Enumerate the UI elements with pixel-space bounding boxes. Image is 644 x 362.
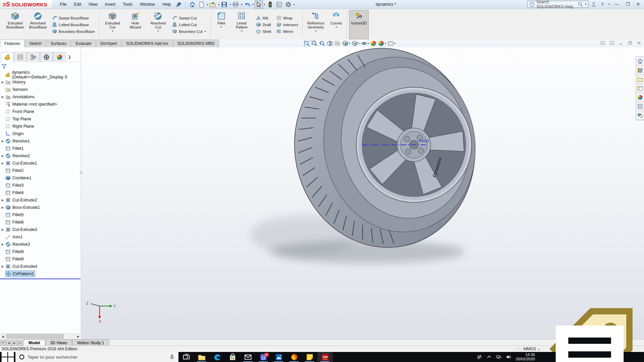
view-settings-button[interactable]: ▾ (387, 40, 395, 47)
panel-tab-propertymanager[interactable] (14, 52, 27, 62)
tree-item-revolve1[interactable]: ▶Revolve1 (0, 137, 81, 145)
taskbar-app-discord[interactable]: 9+ (256, 352, 271, 362)
panel-tabs-overflow-button[interactable]: ❯ (66, 52, 73, 62)
tab-solidworks-add-ins[interactable]: SOLIDWORKS Add-Ins (122, 40, 172, 47)
filter-funnel-icon[interactable] (1, 63, 7, 69)
chevron-down-icon[interactable]: ▾ (293, 3, 295, 6)
ribbon-button-wrap[interactable]: Wrap (275, 15, 299, 21)
chevron-down-icon[interactable]: ▾ (368, 42, 369, 45)
doc-tab-3d-views[interactable]: 3D Views (45, 340, 72, 346)
chevron-down-icon[interactable]: ▾ (221, 25, 222, 28)
tree-item-sensors[interactable]: Sensors (0, 86, 81, 93)
tree-item-combine1[interactable]: Combine1 (0, 174, 81, 182)
display-style-button[interactable]: ▾ (352, 40, 360, 47)
ribbon-button-lofted-boss-base[interactable]: Lofted Boss/Base (51, 22, 96, 27)
expander-icon[interactable]: ▶ (0, 265, 5, 268)
tree-item-annotations[interactable]: ▶AAnnotations (0, 93, 81, 101)
chevron-down-icon[interactable]: ▾ (207, 3, 208, 6)
tree-item-right-plane[interactable]: Right Plane (0, 123, 81, 130)
chevron-down-icon[interactable]: ▾ (229, 3, 231, 6)
taskpane-home-button[interactable] (636, 57, 644, 66)
chevron-down-icon[interactable]: ▾ (315, 29, 316, 33)
ribbon-button-curves[interactable]: Curves▾ (327, 10, 345, 39)
select-cursor-button[interactable] (255, 0, 263, 9)
menu-window[interactable]: Window (137, 1, 158, 8)
ribbon-button-mirror[interactable]: Mirror (275, 28, 299, 34)
help-search-box[interactable]: ? Search SOLIDWORKS Help ▾ (527, 1, 588, 8)
open-document-button[interactable] (209, 0, 217, 9)
close-button[interactable]: ✕ (634, 1, 642, 7)
ribbon-button-fillet[interactable]: Fillet▾ (213, 10, 230, 39)
ribbon-button-boundary-cut[interactable]: Boundary Cut▾ (171, 28, 207, 34)
tab-sketch[interactable]: Sketch (25, 40, 46, 47)
menu-tools[interactable]: Tools (120, 1, 136, 8)
volume-icon[interactable] (506, 354, 511, 360)
tree-item-fillet1[interactable]: Fillet1 (0, 145, 81, 152)
expander-icon[interactable]: ▶ (0, 154, 5, 158)
chevron-down-icon[interactable]: ▾ (157, 29, 159, 33)
tab-features[interactable]: Features (0, 40, 24, 47)
chevron-down-icon[interactable]: ▾ (385, 42, 386, 45)
ribbon-button-instant3d[interactable]: Instant3D (349, 10, 368, 39)
tree-item-axis1[interactable]: Axis1 (0, 233, 81, 241)
tree-item-fillet9[interactable]: Fillet9 (0, 255, 81, 263)
tree-item-origin[interactable]: Origin (0, 130, 81, 137)
people-icon[interactable] (477, 354, 482, 360)
expander-icon[interactable]: ▶ (0, 243, 5, 246)
network-icon[interactable] (496, 354, 501, 360)
taskbar-app-photos[interactable] (271, 352, 286, 362)
pane-right-button[interactable] (609, 41, 614, 47)
new-document-button[interactable] (197, 0, 206, 9)
taskbar-app-task-view[interactable] (178, 352, 194, 362)
taskpane-appearances-button[interactable] (636, 93, 644, 102)
chevron-down-icon[interactable]: ▾ (112, 29, 113, 33)
panel-splitter-handle[interactable] (80, 171, 83, 174)
doc-tab-model[interactable]: Model (23, 340, 45, 346)
taskpane-custom-properties-button[interactable] (636, 102, 644, 111)
zoom-fit-button[interactable] (304, 40, 310, 47)
doc-minimize-button[interactable] (619, 41, 623, 47)
user-icon[interactable] (591, 2, 596, 7)
taskbar-app-sticky-notes[interactable] (302, 352, 317, 362)
tree-item-fillet4[interactable]: Fillet4 (0, 189, 81, 196)
panel-tab-dimxpertmanager[interactable] (40, 52, 53, 62)
ribbon-button-intersect[interactable]: Intersect (275, 22, 299, 27)
tree-item-cirpattern1[interactable]: CirPattern1 (0, 270, 81, 278)
ribbon-button-extruded-boss-base[interactable]: Extruded Boss/Base (4, 10, 26, 39)
taskpane-view-palette-button[interactable] (636, 84, 644, 93)
chevron-down-icon[interactable]: ▾ (253, 3, 254, 6)
chevron-down-icon[interactable]: ▾ (394, 42, 395, 45)
pane-left-button[interactable] (600, 41, 605, 47)
tree-item-fillet3[interactable]: Fillet3 (0, 182, 81, 189)
minimize-button[interactable]: ― (612, 1, 621, 7)
start-button[interactable] (0, 352, 15, 362)
ribbon-button-revolved-boss-base[interactable]: Revolved Boss/Base (27, 10, 49, 39)
edit-appearance-button[interactable] (370, 40, 377, 47)
tree-item-revolve2[interactable]: ▶Revolve2 (0, 152, 81, 160)
tab-dimxpert[interactable]: DimXpert (96, 40, 121, 47)
doc-close-button[interactable] (637, 41, 641, 47)
ribbon-button-swept-boss-base[interactable]: Swept Boss/Base (51, 15, 96, 21)
view-orientation-button[interactable]: ▾ (342, 40, 350, 47)
units-selector[interactable]: MMGS (524, 347, 536, 351)
file-properties-button[interactable] (275, 0, 283, 9)
menu-edit[interactable]: Edit (71, 1, 84, 8)
menu-insert[interactable]: Insert (102, 1, 118, 8)
tree-item-top-plane[interactable]: Top Plane (0, 115, 81, 123)
tree-item-cut-extrude4[interactable]: ▶Cut-Extrude4 (0, 263, 81, 270)
ribbon-button-swept-cut[interactable]: Swept Cut (171, 15, 207, 21)
expander-icon[interactable]: ▶ (0, 80, 5, 84)
taskbar-app-firefox[interactable] (286, 352, 302, 362)
ribbon-button-extruded-cut[interactable]: Extruded Cut▾ (101, 10, 123, 39)
panel-tab-displaymanager[interactable] (53, 52, 66, 62)
ribbon-button-linear-pattern[interactable]: Linear Pattern▾ (231, 10, 253, 39)
tree-item-fillet8[interactable]: Fillet8 (0, 248, 81, 255)
scrollbar-thumb[interactable] (6, 334, 63, 339)
chevron-down-icon[interactable]: ▾ (608, 3, 610, 6)
panel-tab-featuremanager[interactable] (1, 52, 14, 62)
tab-evaluate[interactable]: Evaluate (71, 40, 96, 47)
ribbon-button-boundary-boss-base[interactable]: Boundary Boss/Base (51, 28, 96, 34)
next-tab-button[interactable]: ▶ (12, 340, 17, 346)
taskpane-forum-button[interactable] (636, 111, 644, 120)
hide-show-items-button[interactable]: ▾ (361, 40, 369, 47)
